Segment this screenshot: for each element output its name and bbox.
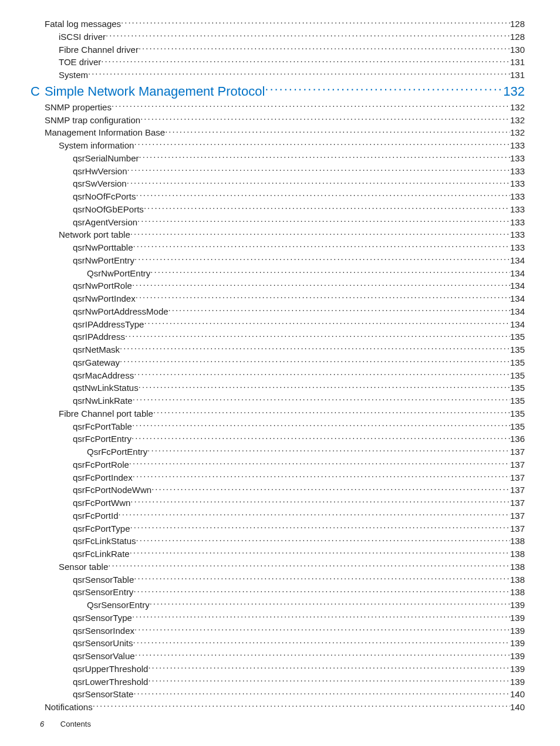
toc-entry[interactable]: qsrSwVersion133 [73, 177, 525, 190]
toc-entry[interactable]: iSCSI driver128 [59, 31, 525, 43]
toc-entry[interactable]: qsrNwLinkRate135 [73, 394, 525, 407]
toc-entry[interactable]: qsrSensorUnits139 [73, 637, 525, 650]
toc-dots [134, 140, 510, 148]
toc-entry[interactable]: qsrAgentVersion133 [73, 216, 525, 229]
toc-entry-page: 135 [510, 356, 525, 369]
toc-entry[interactable]: qsrNwPorttable133 [73, 241, 525, 254]
toc-entry[interactable]: qsrNwPortIndex134 [73, 292, 525, 305]
toc-entry-page: 134 [510, 279, 525, 292]
toc-entry[interactable]: qsrFcPortNodeWwn137 [73, 484, 525, 497]
toc-entry-page: 138 [510, 548, 525, 561]
toc-entry-title: Management Information Base [45, 126, 165, 139]
toc-entry[interactable]: qsrFcPortTable135 [73, 420, 525, 433]
toc-entry[interactable]: qsrFcPortWwn137 [73, 497, 525, 509]
toc-entry[interactable]: qsrFcLinkRate138 [73, 548, 525, 561]
toc-entry[interactable]: qsrNwPortAddressMode134 [73, 305, 525, 318]
page-footer: 6 Contents [40, 720, 91, 728]
toc-entry-page: 137 [510, 497, 525, 509]
toc-entry[interactable]: Fatal log messages128 [45, 18, 525, 31]
toc-entry[interactable]: qsrIPAddress135 [73, 330, 525, 343]
toc-entry-page: 139 [510, 612, 525, 625]
toc-entry[interactable]: qsrSerialNumber133 [73, 152, 525, 165]
toc-entry-title: qsrNwPortRole [73, 279, 132, 292]
toc-dots [165, 127, 510, 136]
toc-entry[interactable]: qsrNwPortRole134 [73, 279, 525, 292]
toc-entry-title: qsrSensorType [73, 612, 132, 625]
toc-dots [132, 421, 510, 430]
toc-entry[interactable]: qsrFcPortIndex137 [73, 471, 525, 484]
toc-entry[interactable]: qsrNetMask135 [73, 343, 525, 356]
toc-entry-title: qsrNwLinkRate [73, 394, 133, 407]
toc-dots [132, 280, 510, 289]
toc-entry[interactable]: Network port table133 [59, 228, 525, 241]
toc-entry[interactable]: qsrSensorState140 [73, 688, 525, 701]
toc-entry[interactable]: Sensor table138 [59, 561, 525, 573]
toc-entry-title: qsrHwVersion [73, 165, 127, 178]
toc-entry[interactable]: qsrSensorType139 [73, 612, 525, 625]
toc-dots [153, 408, 510, 417]
toc-entry[interactable]: qstNwLinkStatus135 [73, 382, 525, 394]
toc-entry[interactable]: qsrMacAddress135 [73, 369, 525, 382]
toc-dots [134, 625, 510, 634]
toc-entry-page: 135 [510, 420, 525, 433]
toc-entry-title: qsrNwPortAddressMode [73, 305, 168, 318]
toc-entry[interactable]: SNMP properties132 [45, 101, 525, 114]
toc-entry-title: qsrSensorUnits [73, 637, 133, 650]
toc-entry-page: 128 [510, 18, 525, 31]
toc-entry[interactable]: TOE driver131 [59, 56, 525, 69]
toc-entry[interactable]: qsrLowerThreshold139 [73, 676, 525, 688]
toc-entry-title: qsrNwPorttable [73, 241, 133, 254]
toc-entry[interactable]: CSimple Network Management Protocol132 [31, 82, 525, 101]
toc-entry[interactable]: QsrSensorEntry139 [87, 599, 525, 612]
toc-dots [135, 650, 510, 659]
toc-entry-page: 134 [510, 292, 525, 305]
toc-entry[interactable]: qsrSensorTable138 [73, 573, 525, 586]
toc-entry[interactable]: qsrFcPortEntry136 [73, 433, 525, 445]
toc-entry[interactable]: qsrUpperThreshold139 [73, 663, 525, 676]
toc-entry[interactable]: qsrNoOfGbEPorts133 [73, 203, 525, 216]
toc-entry[interactable]: qsrFcPortId137 [73, 509, 525, 522]
toc-entry-title: Fibre Channel port table [59, 407, 153, 420]
toc-entry-page: 133 [510, 241, 525, 254]
toc-entry-page: 131 [510, 56, 525, 69]
toc-dots [139, 153, 510, 161]
toc-entry-title: System [59, 69, 88, 82]
toc-entry[interactable]: qsrSensorEntry138 [73, 586, 525, 599]
toc-entry-page: 132 [510, 126, 525, 139]
toc-entry[interactable]: System131 [59, 69, 525, 82]
toc-entry[interactable]: SNMP trap configuration132 [45, 114, 525, 127]
toc-entry[interactable]: Notifications140 [45, 701, 525, 714]
toc-entry-page: 135 [510, 343, 525, 356]
toc-entry[interactable]: qsrFcPortRole137 [73, 458, 525, 471]
toc-entry-page: 135 [510, 394, 525, 407]
toc-entry-title: qsrNoOfFcPorts [73, 190, 136, 203]
toc-entry-title: qsrFcPortType [73, 522, 130, 535]
toc-entry-page: 140 [510, 701, 525, 714]
toc-dots [134, 370, 510, 379]
toc-entry-page: 132 [510, 114, 525, 127]
toc-entry[interactable]: QsrFcPortEntry137 [87, 445, 525, 458]
toc-dots [131, 433, 510, 442]
toc-entry[interactable]: Fibre Channel driver130 [59, 43, 525, 56]
toc-entry-title: CSimple Network Management Protocol [31, 82, 265, 101]
toc-entry[interactable]: qsrNwPortEntry134 [73, 254, 525, 267]
toc-entry[interactable]: System information133 [59, 139, 525, 152]
toc-entry-title: qsrFcLinkRate [73, 548, 130, 561]
toc-entry[interactable]: QsrNwPortEntry134 [87, 267, 525, 280]
toc-entry[interactable]: qsrIPAddressType134 [73, 318, 525, 331]
toc-entry[interactable]: qsrFcLinkStatus138 [73, 535, 525, 548]
toc-entry[interactable]: qsrFcPortType137 [73, 522, 525, 535]
toc-entry[interactable]: qsrNoOfFcPorts133 [73, 190, 525, 203]
toc-entry[interactable]: qsrHwVersion133 [73, 165, 525, 178]
toc-entry[interactable]: Fibre Channel port table135 [59, 407, 525, 420]
toc-entry-page: 139 [510, 599, 525, 612]
toc-entry-title: qsrFcPortRole [73, 458, 129, 471]
toc-entry[interactable]: Management Information Base 132 [45, 126, 525, 139]
toc-entry-page: 139 [510, 663, 525, 676]
toc-dots [151, 484, 510, 493]
toc-entry[interactable]: qsrSensorValue139 [73, 650, 525, 663]
toc-entry[interactable]: qsrSensorIndex139 [73, 625, 525, 637]
toc-entry-page: 138 [510, 573, 525, 586]
toc-dots [125, 331, 510, 340]
toc-entry[interactable]: qsrGateway135 [73, 356, 525, 369]
